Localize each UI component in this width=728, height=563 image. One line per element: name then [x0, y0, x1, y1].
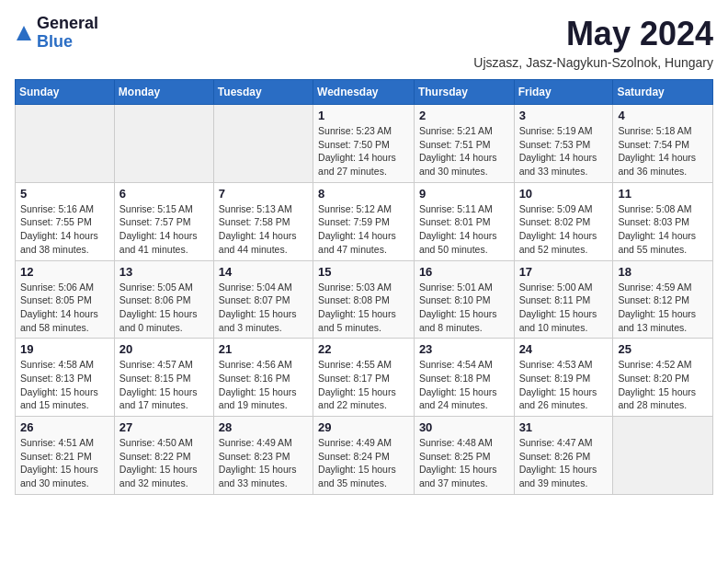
day-number: 3: [519, 109, 609, 122]
day-info: Sunrise: 4:53 AM Sunset: 8:19 PM Dayligh…: [519, 358, 609, 412]
logo-blue: Blue: [37, 33, 98, 52]
calendar-cell: 14Sunrise: 5:04 AM Sunset: 8:07 PM Dayli…: [213, 260, 313, 339]
day-info: Sunrise: 5:23 AM Sunset: 7:50 PM Dayligh…: [318, 124, 409, 178]
day-info: Sunrise: 5:21 AM Sunset: 7:51 PM Dayligh…: [419, 124, 509, 178]
day-number: 7: [219, 187, 308, 201]
day-number: 31: [519, 420, 609, 434]
calendar-cell: 29Sunrise: 4:49 AM Sunset: 8:24 PM Dayli…: [313, 417, 415, 495]
calendar-cell: 7Sunrise: 5:13 AM Sunset: 7:58 PM Daylig…: [213, 182, 313, 260]
day-info: Sunrise: 4:58 AM Sunset: 8:13 PM Dayligh…: [20, 358, 109, 412]
day-number: 8: [318, 187, 409, 201]
day-number: 27: [119, 420, 209, 434]
day-info: Sunrise: 4:57 AM Sunset: 8:15 PM Dayligh…: [119, 358, 209, 412]
day-number: 26: [20, 420, 109, 434]
calendar-cell: 12Sunrise: 5:06 AM Sunset: 8:05 PM Dayli…: [16, 260, 115, 339]
calendar-cell: 18Sunrise: 4:59 AM Sunset: 8:12 PM Dayli…: [613, 260, 713, 339]
day-info: Sunrise: 4:54 AM Sunset: 8:18 PM Dayligh…: [419, 358, 509, 412]
calendar-cell: 13Sunrise: 5:05 AM Sunset: 8:06 PM Dayli…: [114, 260, 213, 339]
header-day-wednesday: Wednesday: [313, 80, 415, 105]
day-number: 18: [618, 265, 708, 279]
header-day-thursday: Thursday: [414, 80, 514, 105]
day-number: 30: [419, 420, 509, 434]
day-number: 4: [618, 109, 708, 122]
calendar-cell: 10Sunrise: 5:09 AM Sunset: 8:02 PM Dayli…: [514, 182, 613, 260]
day-info: Sunrise: 5:06 AM Sunset: 8:05 PM Dayligh…: [20, 281, 109, 335]
header-day-friday: Friday: [514, 80, 613, 105]
day-number: 24: [519, 342, 609, 356]
day-number: 15: [318, 265, 409, 279]
day-number: 29: [318, 420, 409, 434]
day-info: Sunrise: 4:51 AM Sunset: 8:21 PM Dayligh…: [20, 436, 109, 490]
day-info: Sunrise: 4:50 AM Sunset: 8:22 PM Dayligh…: [119, 436, 209, 490]
day-info: Sunrise: 4:52 AM Sunset: 8:20 PM Dayligh…: [618, 358, 708, 412]
day-info: Sunrise: 5:05 AM Sunset: 8:06 PM Dayligh…: [119, 281, 209, 335]
calendar-cell: 5Sunrise: 5:16 AM Sunset: 7:55 PM Daylig…: [16, 182, 115, 260]
day-info: Sunrise: 5:16 AM Sunset: 7:55 PM Dayligh…: [20, 202, 109, 257]
day-number: 6: [119, 187, 209, 201]
day-number: 2: [419, 109, 509, 122]
week-row-1: 1Sunrise: 5:23 AM Sunset: 7:50 PM Daylig…: [16, 105, 713, 183]
calendar-cell: 24Sunrise: 4:53 AM Sunset: 8:19 PM Dayli…: [514, 339, 613, 417]
day-info: Sunrise: 4:56 AM Sunset: 8:16 PM Dayligh…: [219, 358, 308, 412]
calendar-cell: 30Sunrise: 4:48 AM Sunset: 8:25 PM Dayli…: [414, 417, 514, 495]
day-number: 5: [20, 187, 109, 201]
day-number: 16: [419, 265, 509, 279]
logo: General Blue: [15, 15, 98, 52]
calendar-cell: 6Sunrise: 5:15 AM Sunset: 7:57 PM Daylig…: [114, 182, 213, 260]
location-subtitle: Ujszasz, Jasz-Nagykun-Szolnok, Hungary: [473, 55, 713, 70]
calendar-cell: [213, 105, 313, 183]
logo-general: General: [37, 15, 98, 33]
day-info: Sunrise: 4:47 AM Sunset: 8:26 PM Dayligh…: [519, 436, 609, 490]
day-info: Sunrise: 5:04 AM Sunset: 8:07 PM Dayligh…: [219, 281, 308, 335]
day-number: 22: [318, 342, 409, 356]
day-info: Sunrise: 5:01 AM Sunset: 8:10 PM Dayligh…: [419, 281, 509, 335]
header: General Blue May 2024 Ujszasz, Jasz-Nagy…: [15, 15, 713, 70]
calendar-cell: 22Sunrise: 4:55 AM Sunset: 8:17 PM Dayli…: [313, 339, 415, 417]
day-info: Sunrise: 5:00 AM Sunset: 8:11 PM Dayligh…: [519, 281, 609, 335]
day-number: 23: [419, 342, 509, 356]
day-info: Sunrise: 5:15 AM Sunset: 7:57 PM Dayligh…: [119, 202, 209, 257]
day-number: 12: [20, 265, 109, 279]
day-info: Sunrise: 4:49 AM Sunset: 8:24 PM Dayligh…: [318, 436, 409, 490]
week-row-3: 12Sunrise: 5:06 AM Sunset: 8:05 PM Dayli…: [16, 260, 713, 339]
day-info: Sunrise: 5:08 AM Sunset: 8:03 PM Dayligh…: [618, 202, 708, 257]
header-day-saturday: Saturday: [613, 80, 713, 105]
calendar-header: SundayMondayTuesdayWednesdayThursdayFrid…: [16, 80, 713, 105]
calendar-cell: 20Sunrise: 4:57 AM Sunset: 8:15 PM Dayli…: [114, 339, 213, 417]
calendar-cell: 3Sunrise: 5:19 AM Sunset: 7:53 PM Daylig…: [514, 105, 613, 183]
calendar-cell: 15Sunrise: 5:03 AM Sunset: 8:08 PM Dayli…: [313, 260, 415, 339]
calendar-cell: 25Sunrise: 4:52 AM Sunset: 8:20 PM Dayli…: [613, 339, 713, 417]
calendar-cell: 28Sunrise: 4:49 AM Sunset: 8:23 PM Dayli…: [213, 417, 313, 495]
header-day-sunday: Sunday: [16, 80, 115, 105]
calendar-cell: 8Sunrise: 5:12 AM Sunset: 7:59 PM Daylig…: [313, 182, 415, 260]
day-number: 9: [419, 187, 509, 201]
week-row-2: 5Sunrise: 5:16 AM Sunset: 7:55 PM Daylig…: [16, 182, 713, 260]
day-number: 17: [519, 265, 609, 279]
calendar-cell: 11Sunrise: 5:08 AM Sunset: 8:03 PM Dayli…: [613, 182, 713, 260]
day-number: 13: [119, 265, 209, 279]
calendar-cell: 4Sunrise: 5:18 AM Sunset: 7:54 PM Daylig…: [613, 105, 713, 183]
month-title: May 2024: [473, 15, 713, 53]
calendar-cell: [16, 105, 115, 183]
day-info: Sunrise: 5:13 AM Sunset: 7:58 PM Dayligh…: [219, 202, 308, 257]
day-info: Sunrise: 5:09 AM Sunset: 8:02 PM Dayligh…: [519, 202, 609, 257]
day-info: Sunrise: 5:12 AM Sunset: 7:59 PM Dayligh…: [318, 202, 409, 257]
day-number: 21: [219, 342, 308, 356]
day-number: 14: [219, 265, 308, 279]
calendar-cell: 31Sunrise: 4:47 AM Sunset: 8:26 PM Dayli…: [514, 417, 613, 495]
day-info: Sunrise: 4:49 AM Sunset: 8:23 PM Dayligh…: [219, 436, 308, 490]
week-row-4: 19Sunrise: 4:58 AM Sunset: 8:13 PM Dayli…: [16, 339, 713, 417]
week-row-5: 26Sunrise: 4:51 AM Sunset: 8:21 PM Dayli…: [16, 417, 713, 495]
calendar-cell: 9Sunrise: 5:11 AM Sunset: 8:01 PM Daylig…: [414, 182, 514, 260]
calendar-cell: 21Sunrise: 4:56 AM Sunset: 8:16 PM Dayli…: [213, 339, 313, 417]
day-number: 25: [618, 342, 708, 356]
day-info: Sunrise: 5:18 AM Sunset: 7:54 PM Dayligh…: [618, 124, 708, 178]
day-info: Sunrise: 5:19 AM Sunset: 7:53 PM Dayligh…: [519, 124, 609, 178]
calendar-cell: [114, 105, 213, 183]
day-info: Sunrise: 4:59 AM Sunset: 8:12 PM Dayligh…: [618, 281, 708, 335]
day-info: Sunrise: 4:48 AM Sunset: 8:25 PM Dayligh…: [419, 436, 509, 490]
title-area: May 2024 Ujszasz, Jasz-Nagykun-Szolnok, …: [473, 15, 713, 70]
day-info: Sunrise: 4:55 AM Sunset: 8:17 PM Dayligh…: [318, 358, 409, 412]
day-number: 28: [219, 420, 308, 434]
day-number: 19: [20, 342, 109, 356]
